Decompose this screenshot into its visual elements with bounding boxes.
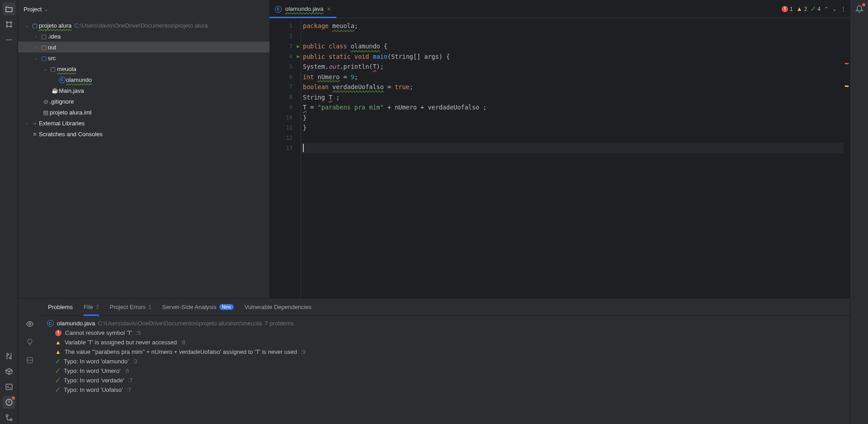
problems-tab-server-side[interactable]: Server-Side Analysis New: [162, 299, 234, 315]
line-number[interactable]: 1: [269, 21, 301, 31]
problems-tool-button[interactable]: [3, 396, 15, 409]
editor-body[interactable]: 1 2 3▶ 4▶ 5 6 7 8 9 10 11 12 13: [269, 18, 850, 298]
collapse-icon[interactable]: ›: [33, 34, 40, 39]
line-number[interactable]: 7: [269, 82, 301, 92]
tree-label: projeto alura.iml: [50, 109, 92, 116]
tree-label: .gitignore: [50, 98, 74, 105]
view-button[interactable]: [24, 318, 36, 330]
editor-tab-olamundo[interactable]: C olamundo.java ×: [269, 0, 336, 18]
problem-item[interactable]: ▲The value '"parabens pra mim" + nUmero …: [42, 347, 850, 357]
tree-item-main[interactable]: ☕ Main.java: [18, 85, 269, 96]
line-number[interactable]: 2: [269, 31, 301, 42]
problem-item[interactable]: ✓̸Typo: In word 'Umero':6: [42, 366, 850, 376]
cursor: [303, 144, 304, 152]
project-tool-button[interactable]: [3, 3, 15, 15]
expand-icon[interactable]: ⌄: [24, 23, 31, 28]
problem-item[interactable]: ✓̸Typo: In word 'olamundo':3: [42, 357, 850, 366]
line-number[interactable]: 10: [269, 113, 301, 123]
expand-icon[interactable]: ⌄: [33, 56, 40, 61]
svg-point-2: [6, 26, 8, 27]
problems-tab-vulnerable[interactable]: Vulnerable Dependencies: [245, 299, 311, 315]
problem-item[interactable]: ✓̸Typo: In word 'Uofalso':7: [42, 385, 850, 395]
tree-item-scratches[interactable]: ≡ Scratches and Consoles: [18, 129, 269, 139]
line-number[interactable]: 8: [269, 92, 301, 103]
library-icon: ⎓: [31, 120, 39, 127]
problems-list[interactable]: C olamundo.java C:\Users\davis\OneDrive\…: [42, 316, 850, 424]
folder-icon: ▢: [40, 33, 48, 40]
error-stripe[interactable]: [844, 18, 850, 298]
svg-point-3: [10, 26, 12, 27]
tree-root[interactable]: ⌄ ▢ projeto alura C:\Users\davis\OneDriv…: [18, 20, 269, 31]
tree-label: .idea: [48, 33, 61, 40]
code-pane[interactable]: package meuola; public class olamundo { …: [301, 18, 844, 298]
problem-item[interactable]: ✓̸Typo: In word 'verdade':7: [42, 376, 850, 385]
svg-rect-9: [6, 384, 12, 390]
more-tools-button[interactable]: [3, 33, 15, 46]
tree-item-iml[interactable]: ▤ projeto alura.iml: [18, 107, 269, 118]
typo-icon: ✓̸: [55, 358, 60, 365]
problems-tabs: Problems File 7 Project Errors 1 Server-…: [42, 299, 850, 316]
line-number[interactable]: 9: [269, 102, 301, 113]
tree-item-meuola[interactable]: ⌄ ▢ meuola: [18, 63, 269, 74]
collapse-icon[interactable]: ›: [24, 121, 31, 126]
problems-file-header[interactable]: C olamundo.java C:\Users\davis\OneDrive\…: [42, 319, 850, 328]
tree-item-idea[interactable]: › ▢ .idea: [18, 31, 269, 42]
java-icon: ☕: [51, 87, 59, 94]
line-number[interactable]: 12: [269, 133, 301, 143]
problems-tab-project-errors[interactable]: Project Errors 1: [110, 299, 151, 315]
editor-gutter[interactable]: 1 2 3▶ 4▶ 5 6 7 8 9 10 11 12 13: [269, 18, 301, 298]
project-tree[interactable]: ⌄ ▢ projeto alura C:\Users\davis\OneDriv…: [18, 18, 269, 298]
tree-item-extlib[interactable]: › ⎓ External Libraries: [18, 118, 269, 129]
terminal-tool-button[interactable]: [3, 381, 15, 393]
problem-item[interactable]: ▲Variable 'T' is assigned but never acce…: [42, 338, 850, 347]
next-highlight-button[interactable]: ⌄: [832, 6, 837, 12]
problem-item[interactable]: !Cannot resolve symbol 'T':5: [42, 328, 850, 338]
vcs-tool-button[interactable]: [3, 411, 15, 424]
problems-tab-title: Problems: [48, 299, 73, 315]
layout-button[interactable]: [24, 354, 36, 367]
notifications-button[interactable]: [853, 3, 866, 15]
project-panel: Project ⌄ ⌄ ▢ projeto alura C:\Users\dav…: [18, 0, 269, 298]
line-number[interactable]: 3▶: [269, 41, 301, 52]
run-gutter-icon[interactable]: ▶: [297, 43, 300, 49]
svg-point-4: [6, 39, 8, 41]
line-number[interactable]: 11: [269, 123, 301, 133]
right-tool-rail: [850, 0, 868, 424]
more-button[interactable]: ⋮: [840, 5, 846, 12]
line-number[interactable]: 5: [269, 62, 301, 72]
build-tool-button[interactable]: [3, 350, 15, 362]
tree-label: olamundo: [66, 76, 92, 83]
problem-location: :7: [127, 386, 132, 393]
problems-tab-file[interactable]: File 7: [84, 299, 99, 315]
tree-item-src[interactable]: ⌄ ▢ src: [18, 52, 269, 63]
error-icon: !: [782, 6, 788, 12]
services-tool-button[interactable]: [3, 365, 15, 378]
inspection-widget[interactable]: !1 ▲2 ✓̸4 ⌃ ⌄ ⋮: [782, 0, 850, 18]
bulb-button[interactable]: [24, 336, 36, 348]
editor-tab-bar: C olamundo.java × !1 ▲2 ✓̸4 ⌃ ⌄ ⋮: [269, 0, 850, 18]
problem-location: :6: [124, 367, 129, 374]
line-number[interactable]: 13: [269, 143, 301, 153]
chevron-down-icon: ⌄: [44, 7, 48, 12]
prev-highlight-button[interactable]: ⌃: [824, 6, 829, 12]
tree-item-gitignore[interactable]: ⊘ .gitignore: [18, 96, 269, 107]
run-gutter-icon[interactable]: ▶: [297, 53, 300, 59]
project-panel-header[interactable]: Project ⌄: [18, 0, 269, 18]
problem-location: :5: [136, 329, 141, 336]
left-tool-rail: [0, 0, 18, 424]
structure-tool-button[interactable]: [3, 18, 15, 31]
folder-icon: ▢: [40, 55, 48, 62]
problem-location: :3: [132, 358, 137, 365]
line-number[interactable]: 4▶: [269, 52, 301, 62]
problem-location: :8: [180, 339, 185, 346]
line-number[interactable]: 6: [269, 72, 301, 82]
tree-label: src: [48, 55, 56, 62]
tree-item-olamundo[interactable]: C olamundo: [18, 74, 269, 85]
error-icon: !: [55, 330, 61, 336]
svg-point-11: [6, 414, 8, 417]
collapse-icon[interactable]: ›: [33, 45, 40, 50]
problem-location: :9: [301, 348, 306, 355]
expand-icon[interactable]: ⌄: [42, 67, 49, 71]
tree-item-out[interactable]: › ▢ out: [18, 42, 269, 52]
close-tab-button[interactable]: ×: [327, 5, 331, 13]
